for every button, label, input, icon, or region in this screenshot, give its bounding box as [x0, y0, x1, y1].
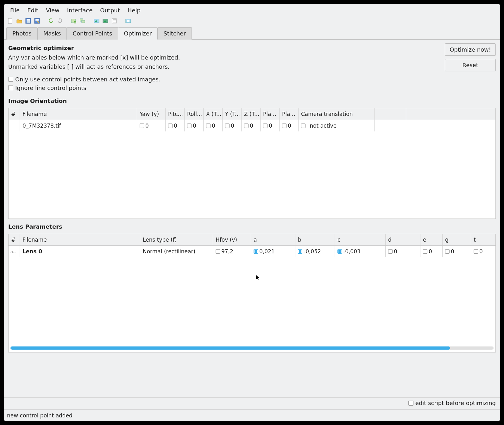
preview-icon[interactable]	[93, 17, 100, 24]
col-plane2[interactable]: Pla...	[280, 108, 299, 120]
tab-bar: Photos Masks Control Points Optimizer St…	[4, 27, 500, 40]
col-cam-trans[interactable]: Camera translation	[299, 108, 375, 120]
edit-script-label: edit script before optimizing	[415, 400, 496, 406]
table-row[interactable]: ->- Lens 0 Normal (rectilinear) 97,2 0,0…	[9, 246, 495, 257]
c-checkbox[interactable]	[337, 249, 342, 254]
fullscreen-icon[interactable]	[125, 17, 132, 24]
lcol-a[interactable]: a	[251, 234, 295, 245]
a-checkbox[interactable]	[254, 249, 258, 254]
t-checkbox[interactable]	[474, 249, 478, 254]
menu-view[interactable]: View	[42, 5, 63, 16]
tab-photos[interactable]: Photos	[6, 27, 38, 40]
camtrans-checkbox[interactable]	[301, 124, 306, 128]
lens-parameters-title: Lens Parameters	[8, 223, 496, 230]
save-icon[interactable]	[25, 17, 32, 24]
open-project-icon[interactable]	[16, 17, 23, 24]
col-num[interactable]: #	[9, 108, 20, 120]
expand-icon[interactable]: ->-	[10, 250, 16, 254]
lcol-g[interactable]: g	[443, 234, 471, 245]
show-cp-list-icon[interactable]	[111, 17, 118, 24]
add-image-icon[interactable]	[70, 17, 77, 24]
row-filename: 0_7M32378.tif	[20, 120, 137, 131]
e-checkbox[interactable]	[423, 249, 427, 254]
lcol-filename[interactable]: Filename	[20, 234, 140, 245]
col-y[interactable]: Y (T...	[223, 108, 242, 120]
orientation-table: # Filename Yaw (y) Pitc... Roll... X (T.…	[8, 108, 496, 219]
ignore-line-checkbox[interactable]	[8, 85, 13, 90]
optimize-now-button[interactable]: Optimize now!	[445, 43, 496, 56]
pitch-checkbox[interactable]	[168, 124, 173, 128]
gl-preview-icon[interactable]	[102, 17, 109, 24]
col-filename[interactable]: Filename	[20, 108, 137, 120]
menu-help[interactable]: Help	[124, 5, 144, 16]
reset-button[interactable]: Reset	[445, 59, 496, 71]
lcol-d[interactable]: d	[386, 234, 420, 245]
only-activated-checkbox[interactable]	[8, 77, 13, 82]
roll-checkbox[interactable]	[187, 124, 192, 128]
new-project-icon[interactable]	[7, 17, 14, 24]
tab-optimizer[interactable]: Optimizer	[118, 27, 158, 40]
col-blank2[interactable]	[406, 108, 495, 120]
undo-icon[interactable]	[47, 17, 54, 24]
menu-bar: File Edit View Interface Output Help	[4, 4, 500, 16]
trx-checkbox[interactable]	[206, 124, 211, 128]
hfov-checkbox[interactable]	[216, 249, 220, 254]
plane2-checkbox[interactable]	[282, 124, 287, 128]
menu-file[interactable]: File	[6, 5, 23, 16]
only-activated-label: Only use control points between activate…	[15, 76, 160, 83]
col-plane1[interactable]: Pla...	[261, 108, 280, 120]
svg-rect-5	[35, 19, 39, 21]
tab-control-points[interactable]: Control Points	[67, 27, 118, 40]
lcol-b[interactable]: b	[295, 234, 335, 245]
col-roll[interactable]: Roll...	[185, 108, 204, 120]
b-checkbox[interactable]	[298, 249, 302, 254]
tab-masks[interactable]: Masks	[38, 27, 67, 40]
redo-icon[interactable]	[56, 17, 63, 24]
g-checkbox[interactable]	[445, 249, 450, 254]
table-row[interactable]: 0_7M32378.tif 0 0 0 0 0 0 0 0 not active	[9, 120, 495, 131]
lcol-hfov[interactable]: Hfov (v)	[213, 234, 251, 245]
lens-table: # Filename Lens type (f) Hfov (v) a b c …	[8, 234, 496, 352]
yaw-checkbox[interactable]	[140, 124, 144, 128]
add-images-icon[interactable]	[79, 17, 86, 24]
tab-stitcher[interactable]: Stitcher	[158, 27, 192, 40]
lcol-e[interactable]: e	[420, 234, 443, 245]
lens-row-name: Lens 0	[20, 246, 140, 257]
menu-output[interactable]: Output	[96, 5, 124, 16]
svg-rect-9	[82, 20, 85, 23]
geometric-optimizer-title: Geometric optimizer	[8, 45, 496, 51]
lens-row-type: Normal (rectilinear)	[140, 246, 213, 257]
image-orientation-title: Image Orientation	[8, 98, 496, 104]
optimizer-panel: Optimize now! Reset Geometric optimizer …	[4, 40, 500, 397]
optimizer-desc-2: Unmarked variables [ ] will act as refer…	[8, 62, 496, 72]
col-pitch[interactable]: Pitc...	[166, 108, 185, 120]
col-z[interactable]: Z (T...	[242, 108, 261, 120]
save-as-icon[interactable]	[34, 17, 41, 24]
lcol-num[interactable]: #	[9, 234, 20, 245]
col-x[interactable]: X (T...	[204, 108, 223, 120]
ignore-line-label: Ignore line control points	[15, 85, 86, 91]
trz-checkbox[interactable]	[244, 124, 249, 128]
edit-script-checkbox[interactable]	[408, 401, 413, 406]
lcol-type[interactable]: Lens type (f)	[140, 234, 213, 245]
d-checkbox[interactable]	[388, 249, 393, 254]
horizontal-scrollbar[interactable]	[10, 346, 494, 350]
optimizer-desc-1: Any variables below which are marked [x]…	[8, 53, 496, 62]
lcol-t[interactable]: t	[471, 234, 495, 245]
lcol-c[interactable]: c	[335, 234, 386, 245]
col-blank1[interactable]	[375, 108, 406, 120]
menu-edit[interactable]: Edit	[23, 5, 42, 16]
svg-rect-19	[127, 20, 129, 22]
svg-rect-3	[27, 21, 30, 23]
col-yaw[interactable]: Yaw (y)	[137, 108, 166, 120]
status-bar: new control point added	[4, 409, 500, 421]
plane1-checkbox[interactable]	[263, 124, 268, 128]
menu-interface[interactable]: Interface	[63, 5, 97, 16]
toolbar	[4, 16, 500, 27]
try-checkbox[interactable]	[225, 124, 230, 128]
svg-rect-2	[27, 19, 30, 21]
